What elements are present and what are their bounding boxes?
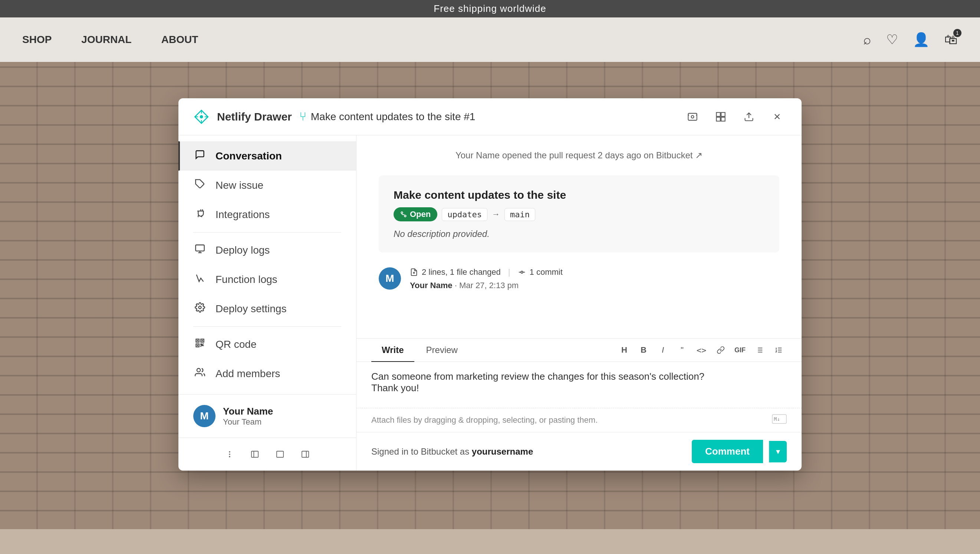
- code-button[interactable]: <>: [693, 342, 709, 358]
- editor-tabs-row: Write Preview H B I: [357, 339, 802, 362]
- open-badge: Open: [394, 207, 437, 221]
- screenshot-button[interactable]: [683, 107, 702, 126]
- sidebar-item-new-issue[interactable]: New issue: [178, 170, 356, 200]
- label-icon: [195, 179, 205, 189]
- comment-dropdown-button[interactable]: ▾: [769, 441, 787, 462]
- add-members-label: Add members: [215, 368, 280, 380]
- qr-code-label: QR code: [215, 339, 257, 350]
- users-icon: [193, 367, 207, 380]
- share-button[interactable]: [739, 107, 759, 126]
- panel-right-button[interactable]: [296, 445, 314, 463]
- svg-text:M↓: M↓: [774, 416, 780, 422]
- modal-body: Conversation New issue: [178, 135, 802, 471]
- sidebar-item-integrations[interactable]: Integrations: [178, 200, 356, 229]
- netlify-drawer-modal: Netlify Drawer ⑂ Make content updates to…: [178, 98, 802, 471]
- svg-point-2: [692, 115, 694, 118]
- pr-description: No description provided.: [394, 229, 765, 239]
- plug-icon: [195, 208, 205, 218]
- sidebar-item-qr-code[interactable]: QR code: [178, 330, 356, 359]
- svg-point-20: [229, 452, 230, 452]
- pr-card: Make content updates to the site Open up…: [379, 175, 779, 253]
- deploy-logs-label: Deploy logs: [215, 244, 270, 256]
- nav-shop[interactable]: SHOP: [22, 34, 51, 46]
- svg-rect-26: [301, 451, 308, 458]
- grid-button[interactable]: [711, 107, 730, 126]
- svg-point-29: [401, 212, 403, 213]
- markdown-badge: M↓: [772, 414, 787, 424]
- git-branch-icon: ⑂: [300, 110, 306, 124]
- signed-in-text: Signed in to Bitbucket as yourusername: [371, 446, 533, 457]
- sidebar-item-deploy-settings[interactable]: Deploy settings: [178, 294, 356, 323]
- panel-right-icon: [301, 450, 309, 458]
- italic-button[interactable]: I: [655, 342, 671, 358]
- italic-icon: I: [662, 345, 664, 355]
- svg-point-28: [404, 215, 406, 217]
- main-content: Your Name opened the pull request 2 days…: [357, 135, 802, 471]
- function-logs-label: Function logs: [215, 274, 277, 285]
- branch-to: main: [505, 208, 535, 221]
- panel-center-button[interactable]: [271, 445, 289, 463]
- pr-opened-text: Your Name opened the pull request 2 days…: [456, 150, 703, 160]
- user-name: Your Name: [223, 406, 273, 417]
- bold-icon: B: [641, 345, 647, 355]
- avatar-initial: M: [200, 410, 209, 422]
- markdown-icon: M↓: [772, 414, 787, 426]
- close-button[interactable]: ×: [768, 107, 787, 126]
- content-area: Your Name opened the pull request 2 days…: [357, 135, 802, 338]
- quote-button[interactable]: ": [674, 342, 690, 358]
- comment-input[interactable]: Can someone from marketing review the ch…: [357, 362, 802, 406]
- file-diff-icon: [410, 268, 418, 276]
- sidebar-item-add-members[interactable]: Add members: [178, 359, 356, 388]
- top-banner: Free shipping worldwide: [0, 0, 980, 18]
- gif-button[interactable]: GIF: [732, 342, 748, 358]
- heart-icon[interactable]: ♡: [886, 32, 898, 48]
- ordered-list-button[interactable]: [770, 342, 787, 358]
- panel-controls: [178, 438, 356, 471]
- svg-rect-6: [721, 117, 725, 121]
- arrow-separator: →: [492, 210, 500, 219]
- user-icon[interactable]: 👤: [913, 32, 929, 48]
- heading-button[interactable]: H: [616, 342, 633, 358]
- panel-center-icon: [276, 450, 284, 458]
- write-tab[interactable]: Write: [371, 339, 414, 362]
- svg-rect-18: [197, 345, 198, 346]
- preview-tab[interactable]: Preview: [416, 339, 468, 362]
- user-details: Your Name Your Team: [223, 406, 273, 427]
- svg-point-22: [229, 457, 230, 457]
- sidebar-item-deploy-logs[interactable]: Deploy logs: [178, 236, 356, 265]
- comment-button[interactable]: Comment: [692, 440, 763, 463]
- nav-journal[interactable]: JOURNAL: [81, 34, 131, 46]
- sidebar-divider-1: [193, 232, 341, 232]
- link-button[interactable]: [712, 342, 729, 358]
- sidebar-item-conversation[interactable]: Conversation: [178, 141, 356, 170]
- bold-button[interactable]: B: [636, 342, 652, 358]
- qr-icon: [193, 338, 207, 351]
- modal-header: Netlify Drawer ⑂ Make content updates to…: [178, 98, 802, 135]
- svg-rect-3: [716, 112, 720, 116]
- sidebar-item-function-logs[interactable]: Function logs: [178, 265, 356, 294]
- chevron-down-icon: ▾: [776, 447, 780, 456]
- sidebar-navigation: Conversation New issue: [178, 135, 356, 394]
- sidebar-divider-2: [193, 326, 341, 327]
- cart-icon[interactable]: 🛍 1: [944, 32, 958, 48]
- netlify-icon: [193, 109, 210, 125]
- attach-text: Attach files by dragging & dropping, sel…: [371, 416, 598, 425]
- nav-right-icons: ⌕ ♡ 👤 🛍 1: [863, 32, 958, 48]
- add-members-icon: [195, 367, 205, 377]
- user-team: Your Team: [223, 417, 273, 427]
- header-actions: ×: [683, 107, 787, 126]
- unordered-list-button[interactable]: [751, 342, 768, 358]
- search-icon[interactable]: ⌕: [863, 32, 871, 48]
- dots-button[interactable]: [221, 445, 239, 463]
- commit-icon: [518, 268, 526, 276]
- monitor-icon: [193, 244, 207, 256]
- separator: |: [508, 267, 510, 277]
- conversation-label: Conversation: [215, 150, 282, 162]
- nav-about[interactable]: ABOUT: [161, 34, 198, 46]
- svg-rect-9: [196, 245, 204, 251]
- svg-rect-16: [197, 340, 198, 342]
- signed-in-username: yourusername: [472, 446, 533, 457]
- close-icon: ×: [774, 110, 781, 124]
- user-avatar: M: [193, 405, 215, 427]
- panel-left-button[interactable]: [246, 445, 264, 463]
